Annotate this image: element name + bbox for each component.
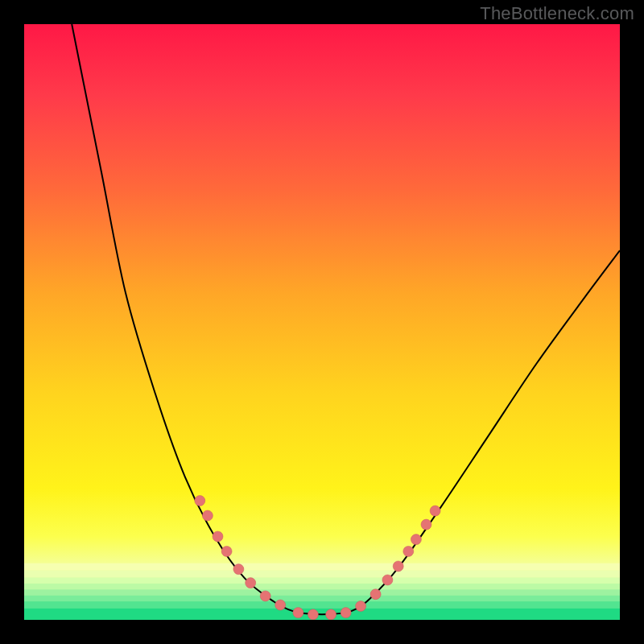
- svg-rect-3: [24, 584, 620, 589]
- chart-container: TheBottleneck.com: [0, 0, 644, 644]
- data-marker: [421, 519, 431, 530]
- data-marker: [326, 609, 336, 620]
- data-marker: [202, 510, 213, 521]
- data-marker: [430, 506, 440, 516]
- svg-rect-1: [24, 571, 620, 578]
- data-marker: [393, 561, 403, 572]
- bottom-bands: [24, 564, 620, 620]
- data-marker: [221, 546, 232, 556]
- svg-rect-6: [24, 601, 620, 609]
- data-marker: [246, 578, 256, 588]
- data-marker: [411, 535, 421, 545]
- data-marker: [382, 575, 393, 585]
- svg-rect-5: [24, 596, 620, 601]
- data-marker: [308, 609, 318, 620]
- data-marker: [195, 496, 205, 506]
- watermark-text: TheBottleneck.com: [480, 3, 634, 24]
- gradient-background: [24, 24, 620, 620]
- plot-area: [24, 24, 620, 620]
- data-marker: [403, 546, 414, 556]
- svg-rect-2: [24, 578, 620, 584]
- data-marker: [213, 531, 223, 542]
- data-marker: [356, 601, 366, 611]
- svg-rect-4: [24, 589, 620, 595]
- data-marker: [233, 564, 244, 575]
- data-marker: [341, 608, 351, 618]
- data-marker: [293, 608, 303, 618]
- svg-rect-0: [24, 564, 620, 571]
- data-marker: [275, 600, 286, 610]
- chart-svg: [24, 24, 620, 620]
- data-marker: [370, 589, 381, 600]
- data-marker: [260, 591, 270, 601]
